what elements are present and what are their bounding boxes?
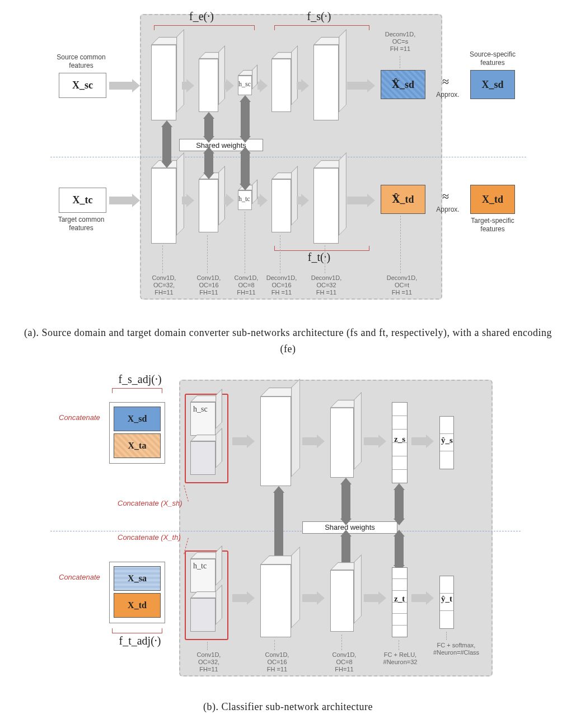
arrow-a4 xyxy=(224,80,234,91)
sarrow-b1 xyxy=(274,492,283,559)
yt-label: ŷ_t xyxy=(441,594,452,604)
arrow-bt4 xyxy=(411,592,434,604)
arrow-b3 xyxy=(182,195,194,206)
spec-a-3: Deconv1D, OC=16 FH =11 xyxy=(262,274,301,297)
sarrow-b2 xyxy=(341,483,350,520)
spec-a-1: Conv1D, OC=16 FH=11 xyxy=(189,274,228,297)
xta: X_ta xyxy=(128,441,147,451)
brace-fsadj xyxy=(112,388,162,393)
concat-t: Concatenate xyxy=(59,573,100,581)
ldb4 xyxy=(399,640,399,650)
arrow-a2 xyxy=(109,195,140,206)
xtc-box: X_tc xyxy=(59,188,106,213)
xtd: X_td xyxy=(482,194,503,206)
ld2 xyxy=(207,235,208,273)
top-spec: Deconv1D, OC=s FH =11 xyxy=(381,31,420,53)
spec-b-4: FC + softmax, #Neuron=#Class xyxy=(425,642,487,656)
arrow-b6 xyxy=(297,195,309,206)
source-specific-label: Source-specific features xyxy=(467,50,518,67)
arrow-bs2 xyxy=(302,436,325,447)
xsd: X_sd xyxy=(481,79,503,91)
arrow-a3 xyxy=(182,80,194,91)
sarrow-a3 xyxy=(241,101,250,137)
sarrow-a1 xyxy=(162,126,171,162)
arrow-a6 xyxy=(297,80,309,91)
xtd-b: X_td xyxy=(128,600,147,610)
arrow-bt1 xyxy=(232,592,255,604)
xsd-hat-box: X̂_sd xyxy=(381,70,425,99)
ld6 xyxy=(400,216,401,273)
xsd-b: X_sd xyxy=(128,414,147,424)
separator-b xyxy=(50,531,521,531)
xtd-hat: X̂_td xyxy=(392,193,414,206)
spec-b-2: Conv1D, OC=8 FH=11 xyxy=(325,651,364,674)
spec-b-0: Conv1D, OC=32, FH=11 xyxy=(189,651,228,674)
xsa: X_sa xyxy=(128,573,147,584)
approx-2: ≈ xyxy=(442,189,449,204)
brace-ftadj xyxy=(112,629,162,633)
zt-label: z_t xyxy=(394,594,405,604)
approx-text-1: Approx. xyxy=(431,91,465,99)
sarrow-a2b xyxy=(204,152,213,174)
arrow-b5 xyxy=(257,195,268,206)
arrow-bt3 xyxy=(364,592,386,604)
arrow-a7 xyxy=(347,80,375,91)
zs-label: z_s xyxy=(394,435,405,444)
arrow-a1 xyxy=(109,80,140,91)
hsc-b: h_sc xyxy=(193,405,208,414)
arrow-bt2 xyxy=(302,592,325,604)
xsa-inner: X_sa xyxy=(114,566,161,591)
separator-a xyxy=(50,157,526,157)
xsd-inner: X_sd xyxy=(114,407,161,431)
sarrow-a3b xyxy=(241,152,250,185)
arrow-a5 xyxy=(257,80,268,91)
spec-b-1: Conv1D, OC=16 FH =11 xyxy=(257,651,297,674)
approx-text-2: Approx. xyxy=(431,206,465,214)
sarrow-b3 xyxy=(395,489,404,520)
xta-inner: X_ta xyxy=(114,433,161,458)
label-fs: f_s(·) xyxy=(302,10,336,23)
ldb1 xyxy=(207,642,208,650)
approx-1: ≈ xyxy=(442,74,449,89)
arrow-b4 xyxy=(224,195,234,206)
figure-b: f_s_adj(·) Concatenate X_sd X_ta h_sc z_… xyxy=(0,363,576,693)
concat-s: Concatenate xyxy=(59,413,100,422)
xtd-hat-box: X̂_td xyxy=(381,185,425,214)
ld1 xyxy=(162,245,163,273)
spec-a-2: Conv1D, OC=8 FH=11 xyxy=(227,274,266,297)
spec-a-0: Conv1D, OC=32, FH=11 xyxy=(144,274,184,297)
ld5 xyxy=(325,245,325,273)
arrow-bs4 xyxy=(411,436,434,447)
ys-label: ŷ_s xyxy=(441,436,453,445)
target-common-label: Target common features xyxy=(56,216,106,232)
ldb5 xyxy=(446,632,447,640)
xsc-text: X_sc xyxy=(72,80,93,91)
label-ftadj: f_t_adj(·) xyxy=(118,634,162,647)
sarrow-b2b xyxy=(341,535,350,563)
spec-a-5: Deconv1D, OC=t FH =11 xyxy=(382,274,422,297)
xsc-box: X_sc xyxy=(59,73,106,98)
xtc-text: X_tc xyxy=(73,194,93,206)
caption-a: (a). Source domain and target domain con… xyxy=(22,325,554,357)
xtd-box: X_td xyxy=(470,185,515,214)
hsc-label: h_sc xyxy=(238,80,251,88)
xsd-box: X_sd xyxy=(470,70,515,99)
figure-a: f_e(·) f_s(·) Source common features X_s… xyxy=(0,0,576,319)
brace-fs xyxy=(274,25,369,30)
htc-label: h_tc xyxy=(238,195,250,203)
arrow-bs1 xyxy=(232,436,255,447)
label-fsadj: f_s_adj(·) xyxy=(118,373,162,386)
ldb3 xyxy=(341,634,342,650)
caption-b: (b). Classifier sub-network architecture xyxy=(22,699,554,715)
xsd-hat: X̂_sd xyxy=(392,78,414,91)
label-fe: f_e(·) xyxy=(185,10,218,23)
ldb2 xyxy=(274,640,275,650)
sarrow-a2 xyxy=(204,118,213,137)
spec-a-4: Deconv1D, OC=32 FH =11 xyxy=(307,274,346,297)
spec-b-3: FC + ReLU, #Neuron=32 xyxy=(375,651,425,666)
ld4 xyxy=(280,235,280,273)
leader-top xyxy=(400,56,400,68)
xtd-inner: X_td xyxy=(114,593,161,618)
source-common-label: Source common features xyxy=(56,53,106,70)
concat-xth-lbl: Concatenate (X_th) xyxy=(118,533,181,542)
